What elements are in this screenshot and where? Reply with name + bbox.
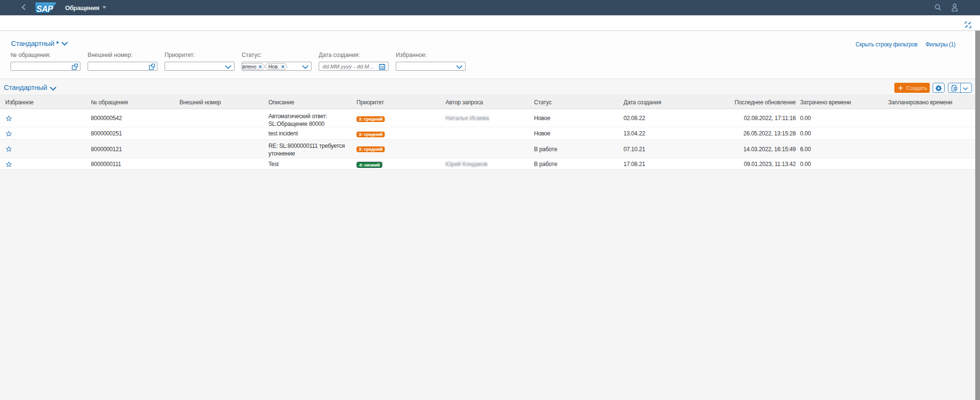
svg-text:SAP: SAP (36, 4, 53, 13)
